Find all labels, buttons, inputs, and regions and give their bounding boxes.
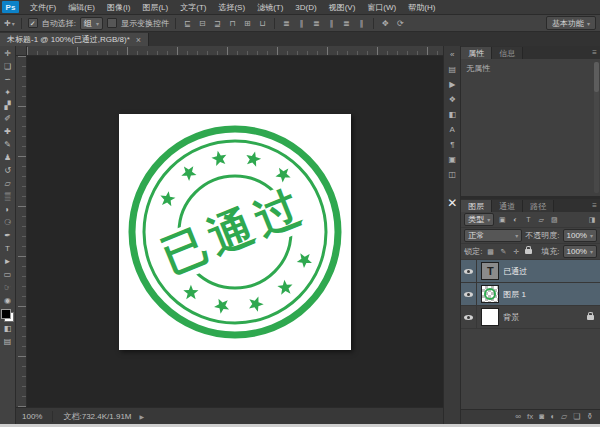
path-selection-tool[interactable]: ► bbox=[1, 255, 14, 268]
menu-3d[interactable]: 3D(D) bbox=[289, 3, 322, 12]
show-transform-checkbox[interactable] bbox=[107, 18, 117, 28]
lock-all-icon[interactable] bbox=[525, 249, 532, 254]
menu-view[interactable]: 视图(V) bbox=[323, 2, 362, 13]
panel-menu-icon[interactable]: ≡ bbox=[592, 201, 597, 210]
new-layer-icon[interactable]: ❏ bbox=[573, 413, 580, 421]
blend-mode-dropdown[interactable]: 正常 ▾ bbox=[464, 229, 522, 242]
quick-mask-button[interactable]: ◧ bbox=[1, 322, 14, 335]
hand-tool[interactable]: ☞ bbox=[1, 281, 14, 294]
adjustments-panel-icon[interactable]: ◧ bbox=[446, 108, 458, 120]
image-layer-thumbnail[interactable] bbox=[481, 285, 499, 303]
tab-properties[interactable]: 属性 bbox=[461, 47, 492, 59]
menu-type[interactable]: 文字(T) bbox=[174, 2, 212, 13]
new-group-icon[interactable]: ▱ bbox=[561, 413, 567, 421]
layer-name[interactable]: 背景 bbox=[503, 312, 583, 323]
text-layer-thumbnail[interactable]: T bbox=[481, 262, 499, 280]
auto-select-checkbox[interactable]: ✓ bbox=[28, 18, 38, 28]
layer-row-image[interactable]: 图层 1 bbox=[461, 283, 600, 306]
paragraph-panel-icon[interactable]: ¶ bbox=[446, 138, 458, 150]
filter-switch-icon[interactable]: ◨ bbox=[587, 215, 597, 225]
filter-adjustment-layers-icon[interactable]: ◐ bbox=[510, 215, 520, 225]
visibility-cell[interactable] bbox=[461, 260, 477, 282]
tab-channels[interactable]: 通道 bbox=[492, 200, 523, 212]
fill-dropdown[interactable]: 100% ▾ bbox=[563, 245, 597, 258]
zoom-tool[interactable]: ◉ bbox=[1, 294, 14, 307]
distribute-center-icon[interactable]: ≣ bbox=[341, 18, 352, 29]
auto-select-target-dropdown[interactable]: 组 ▾ bbox=[80, 17, 103, 30]
current-tool-icon[interactable]: ✛ ▾ bbox=[4, 19, 15, 28]
delete-layer-icon[interactable]: ⚱ bbox=[586, 413, 593, 421]
visibility-cell[interactable] bbox=[461, 306, 477, 328]
quick-selection-tool[interactable]: ✦ bbox=[1, 86, 14, 99]
close-icon[interactable]: ✕ bbox=[446, 197, 458, 209]
menu-filter[interactable]: 滤镜(T) bbox=[251, 2, 289, 13]
status-options-arrow-icon[interactable]: ▶ bbox=[140, 413, 145, 420]
zoom-level-field[interactable]: 100% bbox=[22, 412, 42, 421]
healing-brush-tool[interactable]: ✚ bbox=[1, 125, 14, 138]
tab-layers[interactable]: 图层 bbox=[461, 200, 492, 212]
menu-window[interactable]: 窗口(W) bbox=[361, 2, 402, 13]
menu-help[interactable]: 帮助(H) bbox=[402, 2, 441, 13]
tab-paths[interactable]: 路径 bbox=[523, 200, 554, 212]
align-top-edges-icon[interactable]: ⊓ bbox=[227, 18, 238, 29]
link-layers-icon[interactable]: ∞ bbox=[515, 413, 521, 421]
layer-row-background[interactable]: 背景 bbox=[461, 306, 600, 329]
distribute-vertical-icon[interactable]: ∥ bbox=[296, 18, 307, 29]
tab-info[interactable]: 信息 bbox=[492, 47, 523, 59]
gradient-tool[interactable]: ▒ bbox=[1, 190, 14, 203]
lock-position-icon[interactable]: ✛ bbox=[512, 247, 522, 257]
styles-panel-icon[interactable]: ❖ bbox=[446, 93, 458, 105]
filter-type-layers-icon[interactable]: T bbox=[523, 215, 533, 225]
distribute-right-icon[interactable]: ∥ bbox=[356, 18, 367, 29]
move-tool[interactable]: ✛ bbox=[1, 47, 14, 60]
pen-tool[interactable]: ✒ bbox=[1, 229, 14, 242]
filter-shape-layers-icon[interactable]: ▱ bbox=[536, 215, 546, 225]
lock-image-pixels-icon[interactable]: ✎ bbox=[499, 247, 509, 257]
layer-effects-icon[interactable]: fx bbox=[527, 413, 533, 421]
lasso-tool[interactable]: ∽ bbox=[1, 73, 14, 86]
dodge-tool[interactable]: ⚆ bbox=[1, 216, 14, 229]
shape-tool[interactable]: ▭ bbox=[1, 268, 14, 281]
blur-tool[interactable]: ◗ bbox=[1, 203, 14, 216]
new-adjustment-layer-icon[interactable]: ◐ bbox=[550, 413, 555, 421]
menu-image[interactable]: 图像(I) bbox=[101, 2, 137, 13]
type-tool[interactable]: T bbox=[1, 242, 14, 255]
eraser-tool[interactable]: ▱ bbox=[1, 177, 14, 190]
rectangular-marquee-tool[interactable]: ❏ bbox=[1, 60, 14, 73]
scrollbar[interactable] bbox=[594, 62, 599, 193]
layer-filter-dropdown[interactable]: 类型 ▾ bbox=[464, 213, 494, 226]
filter-pixel-layers-icon[interactable]: ▣ bbox=[497, 215, 507, 225]
3d-mode-icon[interactable]: ✥ bbox=[380, 18, 391, 29]
clone-stamp-tool[interactable]: ♟ bbox=[1, 151, 14, 164]
align-left-edges-icon[interactable]: ⊑ bbox=[182, 18, 193, 29]
eyedropper-tool[interactable]: ✐ bbox=[1, 112, 14, 125]
foreground-color-swatch[interactable] bbox=[1, 309, 11, 319]
screen-mode-button[interactable]: ▤ bbox=[1, 335, 14, 348]
color-swatches[interactable] bbox=[1, 309, 14, 322]
history-panel-icon[interactable]: ▤ bbox=[446, 63, 458, 75]
menu-file[interactable]: 文件(F) bbox=[24, 2, 62, 13]
collapse-dock-icon[interactable]: « bbox=[446, 48, 458, 60]
pasteboard[interactable]: 已通过 bbox=[27, 56, 443, 407]
workspace-switcher-button[interactable]: 基本功能 ▾ bbox=[546, 16, 596, 30]
lock-transparent-pixels-icon[interactable]: ▩ bbox=[486, 247, 496, 257]
close-icon[interactable]: × bbox=[136, 35, 141, 45]
align-bottom-edges-icon[interactable]: ⊔ bbox=[257, 18, 268, 29]
document-canvas[interactable]: 已通过 bbox=[119, 114, 351, 350]
add-layer-mask-icon[interactable]: ◙ bbox=[539, 413, 544, 421]
brush-tool[interactable]: ✎ bbox=[1, 138, 14, 151]
filter-smart-objects-icon[interactable]: ▨ bbox=[549, 215, 559, 225]
character-panel-icon[interactable]: A bbox=[446, 123, 458, 135]
actions-panel-icon[interactable]: ▶ bbox=[446, 78, 458, 90]
menu-select[interactable]: 选择(S) bbox=[212, 2, 251, 13]
align-right-edges-icon[interactable]: ⊒ bbox=[212, 18, 223, 29]
align-vertical-centers-icon[interactable]: ⊞ bbox=[242, 18, 253, 29]
distribute-left-icon[interactable]: ∥ bbox=[326, 18, 337, 29]
3d-rotate-icon[interactable]: ⟳ bbox=[395, 18, 406, 29]
opacity-dropdown[interactable]: 100% ▾ bbox=[563, 229, 597, 242]
menu-layer[interactable]: 图层(L) bbox=[136, 2, 174, 13]
layer-name[interactable]: 图层 1 bbox=[503, 289, 597, 300]
distribute-top-icon[interactable]: ≣ bbox=[281, 18, 292, 29]
panel-menu-icon[interactable]: ≡ bbox=[592, 48, 597, 57]
layer-row-text[interactable]: T 已通过 bbox=[461, 260, 600, 283]
